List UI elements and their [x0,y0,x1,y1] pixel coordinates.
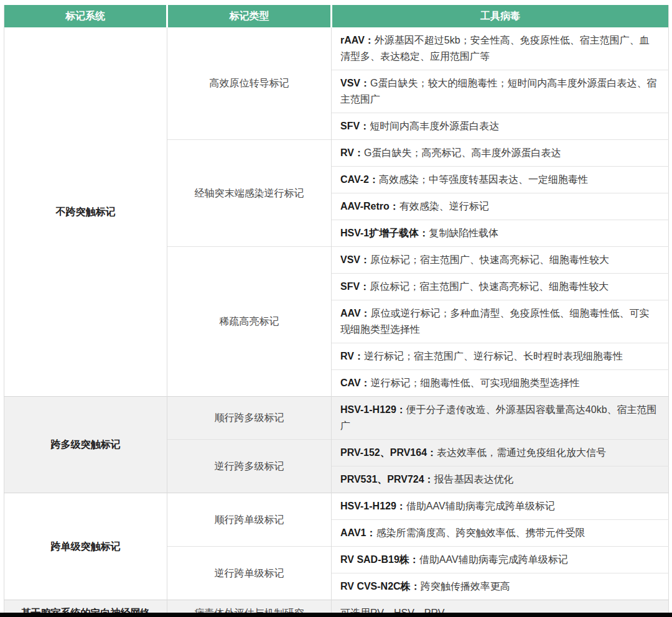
colon-separator: ： [361,378,371,388]
virus-name: RV CVS-N2C株 [340,581,411,591]
colon-separator: ： [354,351,364,361]
virus-name: SFV [340,281,360,292]
virus-cell: CAV-2：高效感染；中等强度转基因表达、一定细胞毒性 [332,167,669,193]
virus-name: AAV1 [340,527,366,538]
virus-name: AAV-Retro [340,201,390,211]
labeling-type-cell: 稀疏高亮标记 [167,247,332,397]
virus-cell: RV SAD-B19株：借助AAV辅助病毒完成跨单级标记 [332,547,669,573]
header-row: 标记系统 标记类型 工具病毒 [4,5,669,27]
labeling-type-cell: 顺行跨多级标记 [167,397,332,440]
viral-labeling-table: 标记系统 标记类型 工具病毒 不跨突触标记高效原位转导标记rAAV：外源基因不超… [4,5,669,617]
colon-separator: ： [365,35,375,45]
virus-description: G蛋白缺失；高亮标记、高丰度外源蛋白表达 [364,147,561,158]
colon-separator: ： [396,404,406,415]
labeling-type-cell: 高效原位转导标记 [167,27,332,140]
virus-description: 报告基因表达优化 [434,474,514,485]
virus-description: 原位标记；宿主范围广、快速高亮标记、细胞毒性较大 [370,281,609,292]
virus-description: 感染所需滴度高、跨突触效率低、携带元件受限 [376,527,586,538]
colon-separator: ： [409,554,419,565]
table-body: 不跨突触标记高效原位转导标记rAAV：外源基因不超过5kb；安全性高、免疫原性低… [4,27,669,617]
virus-description: 短时间内高丰度外源蛋白表达 [370,121,499,131]
virus-cell: PRV-152、PRV164：表达效率低，需通过免疫组化放大信号 [332,440,669,466]
virus-description: 逆行标记；宿主范围广、逆行标记、长时程时表现细胞毒性 [364,351,623,361]
virus-description: 跨突触传播效率更高 [421,581,510,591]
virus-name: RV SAD-B19株 [340,554,409,565]
virus-name: PRV-152、PRV164 [340,447,427,458]
colon-separator: ： [390,201,399,211]
virus-cell: HSV-1扩增子载体：复制缺陷性载体 [332,220,669,247]
virus-cell: CAV：逆行标记；细胞毒性低、可实现细胞类型选择性 [332,370,669,397]
virus-cell: AAV1：感染所需滴度高、跨突触效率低、携带元件受限 [332,520,669,547]
virus-cell: SFV：原位标记；宿主范围广、快速高亮标记、细胞毒性较大 [332,274,669,300]
colon-separator: ： [366,527,376,538]
virus-cell: RV：逆行标记；宿主范围广、逆行标记、长时程时表现细胞毒性 [332,343,669,370]
virus-name: CAV-2 [340,174,369,185]
colon-separator: ： [360,121,370,131]
bottom-divider-bar [0,613,672,617]
virus-cell: RV CVS-N2C株：跨突触传播效率更高 [332,573,669,600]
virus-name: HSV-1-H129 [340,404,396,415]
labeling-type-cell: 逆行跨单级标记 [167,547,332,600]
virus-name: CAV [340,378,361,388]
virus-name: VSV [340,78,360,88]
virus-cell: rAAV：外源基因不超过5kb；安全性高、免疫原性低、宿主范围广、血清型多、表达… [332,27,669,70]
virus-description: 逆行标记；细胞毒性低、可实现细胞类型选择性 [371,378,580,388]
virus-description: 表达效率低，需通过免疫组化放大信号 [437,447,606,458]
virus-name: RV [340,147,354,158]
virus-cell: VSV：原位标记；宿主范围广、快速高亮标记、细胞毒性较大 [332,247,669,274]
virus-name: RV [340,351,354,361]
labeling-system-cell: 跨多级突触标记 [4,397,167,493]
colon-separator: ： [369,174,379,185]
virus-cell: SFV：短时间内高丰度外源蛋白表达 [332,113,669,140]
virus-description: 借助AAV辅助病毒完成跨单级标记 [406,501,555,511]
header-tool-virus: 工具病毒 [332,5,669,27]
virus-name: AAV [340,308,361,318]
virus-name: rAAV [340,35,365,45]
virus-description: 有效感染、逆行标记 [399,201,489,211]
virus-cell: AAV：原位或逆行标记；多种血清型、免疫原性低、细胞毒性低、可实现细胞类型选择性 [332,300,669,343]
virus-cell: HSV-1-H129：借助AAV辅助病毒完成跨单级标记 [332,493,669,520]
colon-separator: ： [360,78,370,88]
header-labeling-system: 标记系统 [4,5,167,27]
colon-separator: ： [360,281,370,292]
virus-name: VSV [340,254,360,265]
colon-separator: ： [427,447,437,458]
labeling-type-cell: 逆行跨多级标记 [167,440,332,493]
colon-separator: ： [419,228,429,238]
header-labeling-type: 标记类型 [167,5,332,27]
colon-separator: ： [354,147,364,158]
virus-name: PRV531、PRV724 [340,474,424,485]
virus-name: HSV-1-H129 [340,501,396,511]
virus-cell: AAV-Retro：有效感染、逆行标记 [332,193,669,220]
virus-cell: PRV531、PRV724：报告基因表达优化 [332,466,669,493]
virus-description: 借助AAV辅助病毒完成跨单级标记 [419,554,568,565]
colon-separator: ： [411,581,421,591]
colon-separator: ： [424,474,434,485]
page: 标记系统 标记类型 工具病毒 不跨突触标记高效原位转导标记rAAV：外源基因不超… [0,0,672,617]
colon-separator: ： [361,308,371,318]
virus-description: 原位标记；宿主范围广、快速高亮标记、细胞毒性较大 [370,254,609,265]
table-header: 标记系统 标记类型 工具病毒 [4,5,669,27]
table-row: 跨多级突触标记顺行跨多级标记HSV-1-H129：便于分子遗传改造、外源基因容载… [4,397,669,440]
colon-separator: ： [360,254,370,265]
virus-description: 外源基因不超过5kb；安全性高、免疫原性低、宿主范围广、血清型多、表达稳定、应用… [340,35,650,62]
labeling-type-cell: 顺行跨单级标记 [167,493,332,547]
virus-description: 复制缺陷性载体 [429,228,498,238]
virus-description: 原位或逆行标记；多种血清型、免疫原性低、细胞毒性低、可实现细胞类型选择性 [340,308,650,335]
colon-separator: ： [396,501,406,511]
labeling-system-cell: 跨单级突触标记 [4,493,167,600]
virus-name: HSV-1扩增子载体 [340,228,419,238]
table-row: 跨单级突触标记顺行跨单级标记HSV-1-H129：借助AAV辅助病毒完成跨单级标… [4,493,669,520]
virus-cell: RV：G蛋白缺失；高亮标记、高丰度外源蛋白表达 [332,140,669,167]
labeling-type-cell: 经轴突末端感染逆行标记 [167,140,332,247]
labeling-system-cell: 不跨突触标记 [4,27,167,397]
virus-description: G蛋白缺失；较大的细胞毒性；短时间内高丰度外源蛋白表达、宿主范围广 [340,78,656,104]
virus-cell: VSV：G蛋白缺失；较大的细胞毒性；短时间内高丰度外源蛋白表达、宿主范围广 [332,70,669,113]
virus-name: SFV [340,121,360,131]
table-row: 不跨突触标记高效原位转导标记rAAV：外源基因不超过5kb；安全性高、免疫原性低… [4,27,669,70]
virus-description: 高效感染；中等强度转基因表达、一定细胞毒性 [379,174,588,185]
virus-cell: HSV-1-H129：便于分子遗传改造、外源基因容载量高达40kb、宿主范围广 [332,397,669,440]
